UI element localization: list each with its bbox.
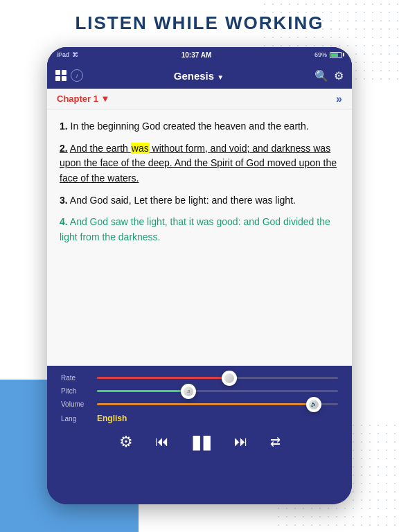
status-bar: iPad ⌘ 10:37 AM 69% bbox=[47, 47, 352, 62]
rate-thumb-inner bbox=[224, 373, 234, 383]
volume-slider-row: Volume 🔊 bbox=[61, 400, 338, 408]
volume-thumb-inner: 🔊 bbox=[309, 400, 319, 409]
verse-1-number: 1. bbox=[60, 121, 68, 132]
audio-settings-button[interactable]: ⚙ bbox=[119, 433, 133, 451]
verse-2-text-before: And the earth bbox=[70, 143, 131, 154]
pitch-slider-track[interactable]: ♬ bbox=[97, 390, 338, 392]
rate-slider-track[interactable] bbox=[97, 377, 338, 379]
app-toolbar: ♪ Genesis ▼ 🔍 ⚙ bbox=[47, 62, 352, 89]
volume-slider-thumb[interactable]: 🔊 bbox=[306, 397, 321, 412]
pause-play-button[interactable]: ▮▮ bbox=[191, 430, 212, 453]
wifi-icon: ⌘ bbox=[72, 51, 78, 58]
rate-slider-fill bbox=[97, 377, 229, 379]
rate-slider-row: Rate bbox=[61, 374, 338, 382]
prev-button[interactable]: ⏮ bbox=[155, 434, 169, 450]
rate-label: Rate bbox=[61, 374, 90, 382]
volume-slider-fill bbox=[97, 403, 314, 405]
pitch-slider-fill bbox=[97, 390, 188, 392]
pitch-thumb-inner: ♬ bbox=[184, 387, 193, 396]
pitch-label: Pitch bbox=[61, 387, 90, 395]
playback-controls: ⚙ ⏮ ▮▮ ⏭ ⇄ bbox=[61, 430, 338, 453]
verse-3: 3. And God said, Let there be light: and… bbox=[60, 193, 339, 209]
audio-icon[interactable]: ♪ bbox=[71, 69, 83, 82]
book-name: Genesis bbox=[174, 70, 214, 82]
verse-1: 1. In the beginning God created the heav… bbox=[60, 119, 339, 134]
search-icon[interactable]: 🔍 bbox=[314, 69, 328, 82]
lang-value[interactable]: English bbox=[97, 414, 127, 423]
grid-icon[interactable] bbox=[55, 70, 66, 81]
status-right: 69% bbox=[314, 51, 342, 58]
next-button[interactable]: ⏭ bbox=[234, 434, 248, 450]
rate-slider-thumb[interactable] bbox=[222, 371, 237, 386]
volume-label: Volume bbox=[61, 400, 90, 408]
pitch-slider-row: Pitch ♬ bbox=[61, 387, 338, 395]
battery-fill bbox=[331, 53, 338, 57]
chapter-label[interactable]: Chapter 1 ▼ bbox=[57, 94, 109, 104]
tablet-frame: iPad ⌘ 10:37 AM 69% ♪ Genesis ▼ 🔍 ⚙ Ch bbox=[47, 47, 352, 504]
chapter-bar: Chapter 1 ▼ » bbox=[47, 89, 352, 109]
lang-label: Lang bbox=[61, 415, 90, 423]
pitch-slider-thumb[interactable]: ♬ bbox=[181, 384, 196, 399]
toolbar-right-icons: 🔍 ⚙ bbox=[314, 69, 344, 82]
verse-4-text: And God saw the light, that it was good:… bbox=[60, 216, 330, 242]
status-left: iPad ⌘ bbox=[57, 51, 78, 58]
audio-controls: Rate Pitch ♬ Volume bbox=[47, 366, 352, 504]
language-row: Lang English bbox=[61, 414, 338, 423]
repeat-button[interactable]: ⇄ bbox=[270, 434, 281, 450]
battery-icon bbox=[330, 52, 342, 58]
bible-content: 1. In the beginning God created the heav… bbox=[47, 109, 352, 373]
device-label: iPad bbox=[57, 51, 69, 58]
verse-4: 4. And God saw the light, that it was go… bbox=[60, 215, 339, 245]
verse-2: 2. And the earth was without form, and v… bbox=[60, 141, 339, 186]
battery-percent: 69% bbox=[314, 51, 327, 58]
volume-slider-track[interactable]: 🔊 bbox=[97, 403, 338, 405]
status-time: 10:37 AM bbox=[181, 51, 212, 59]
settings-icon[interactable]: ⚙ bbox=[334, 69, 344, 82]
book-dropdown-arrow[interactable]: ▼ bbox=[217, 73, 224, 81]
verse-3-number: 3. bbox=[60, 195, 68, 206]
verse-3-text: And God said, Let there be light: and th… bbox=[70, 195, 296, 206]
toolbar-title: Genesis ▼ bbox=[89, 70, 309, 82]
verse-2-number: 2. bbox=[60, 143, 68, 154]
verse-2-word-was: was bbox=[131, 143, 150, 154]
chapter-nav-arrow[interactable]: » bbox=[336, 93, 342, 105]
verse-4-number: 4. bbox=[60, 216, 68, 227]
toolbar-left-icons: ♪ bbox=[55, 69, 83, 82]
verse-1-text: In the beginning God created the heaven … bbox=[71, 121, 309, 132]
page-title: LISTEN WHILE WORKING bbox=[0, 12, 399, 34]
